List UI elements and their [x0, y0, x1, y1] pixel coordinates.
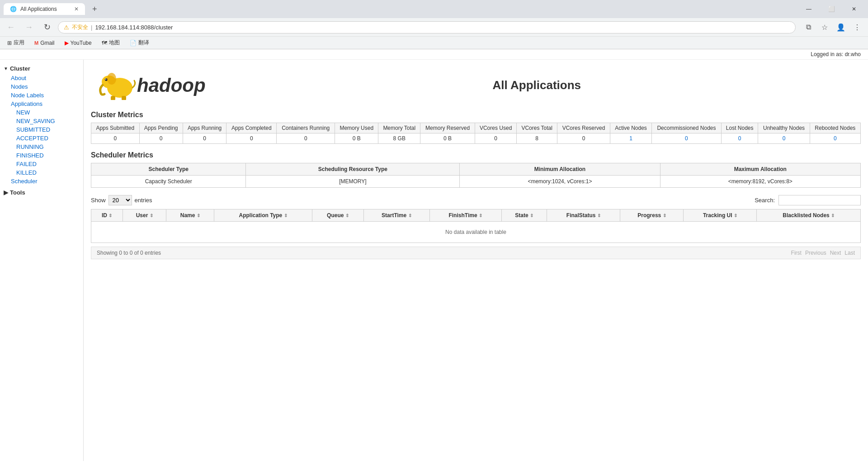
sidebar-item-about[interactable]: About	[0, 74, 83, 82]
cluster-metrics-title: Cluster Metrics	[91, 111, 861, 119]
sidebar-item-running[interactable]: RUNNING	[0, 143, 83, 151]
col-queue[interactable]: Queue ⇕	[312, 209, 363, 222]
tools-arrow-icon: ▶	[4, 189, 8, 196]
sidebar-item-finished[interactable]: FINISHED	[0, 151, 83, 160]
final-status-sort-icon: ⇕	[597, 213, 601, 218]
finish-time-sort-icon: ⇕	[479, 213, 482, 218]
close-button[interactable]: ✕	[844, 3, 864, 15]
val-minimum-allocation: <memory:1024, vCores:1>	[460, 176, 660, 188]
security-label: 不安全	[72, 24, 88, 31]
address-text: 192.168.184.114:8088/cluster	[95, 24, 173, 31]
tracking-ui-sort-icon: ⇕	[734, 213, 737, 218]
col-progress[interactable]: Progress ⇕	[620, 209, 684, 222]
user-sort-icon: ⇕	[150, 213, 153, 218]
sidebar-item-new[interactable]: NEW	[0, 108, 83, 117]
applications-table: ID ⇕ User ⇕ Name ⇕ Application Type	[91, 209, 861, 243]
sidebar-item-submitted[interactable]: SUBMITTED	[0, 125, 83, 134]
translate-icon: 📄	[130, 40, 137, 46]
col-tracking-ui[interactable]: Tracking UI ⇕	[684, 209, 757, 222]
val-maximum-allocation: <memory:8192, vCores:8>	[660, 176, 860, 188]
col-apps-pending: Apps Pending	[139, 123, 183, 133]
bookmark-gmail[interactable]: M Gmail	[31, 38, 58, 48]
translate-button[interactable]: ⧉	[801, 20, 816, 34]
profile-button[interactable]: 👤	[834, 20, 848, 34]
back-button[interactable]: ←	[4, 20, 18, 34]
bookmark-button[interactable]: ☆	[817, 20, 832, 34]
val-vcores-total: 8	[517, 133, 557, 144]
col-memory-reserved: Memory Reserved	[420, 123, 475, 133]
entries-select[interactable]: 20 50 100	[108, 195, 132, 205]
svg-point-3	[105, 79, 106, 80]
sidebar-item-nodes[interactable]: Nodes	[0, 82, 83, 91]
col-name[interactable]: Name ⇕	[166, 209, 214, 222]
val-scheduler-type: Capacity Scheduler	[91, 176, 246, 188]
sidebar-item-failed[interactable]: FAILED	[0, 160, 83, 168]
sidebar-cluster-toggle[interactable]: ▼ Cluster	[0, 63, 83, 74]
tab-favicon: 🌐	[10, 6, 17, 12]
col-unhealthy-nodes: Unhealthy Nodes	[758, 123, 810, 133]
minimize-button[interactable]: —	[798, 3, 819, 15]
scheduler-row: Capacity Scheduler [MEMORY] <memory:1024…	[91, 176, 861, 188]
rebooted-nodes-link[interactable]: 0	[834, 135, 837, 142]
sidebar-item-killed[interactable]: KILLED	[0, 168, 83, 177]
table-controls: Show 20 50 100 entries Search:	[91, 195, 861, 205]
browser-tab[interactable]: 🌐 All Applications ✕	[4, 3, 85, 15]
val-containers-running: 0	[277, 133, 335, 144]
col-user[interactable]: User ⇕	[123, 209, 166, 222]
cluster-metrics-table: Apps Submitted Apps Pending Apps Running…	[91, 123, 861, 144]
search-input[interactable]	[778, 195, 861, 205]
col-start-time[interactable]: StartTime ⇕	[364, 209, 429, 222]
reload-button[interactable]: ↻	[40, 20, 54, 34]
val-scheduling-resource-type: [MEMORY]	[246, 176, 460, 188]
page-title: All Applications	[213, 78, 861, 92]
next-page-button[interactable]: Next	[830, 250, 841, 256]
col-blacklisted-nodes[interactable]: Blacklisted Nodes ⇕	[757, 209, 861, 222]
pagination-links: First Previous Next Last	[791, 250, 855, 256]
pagination-row: Showing 0 to 0 of 0 entries First Previo…	[91, 247, 861, 259]
maps-icon: 🗺	[102, 40, 107, 46]
menu-button[interactable]: ⋮	[850, 20, 864, 34]
col-vcores-total: VCores Total	[517, 123, 557, 133]
lost-nodes-link[interactable]: 0	[738, 135, 741, 142]
address-bar[interactable]: ⚠ 不安全 | 192.168.184.114:8088/cluster	[58, 21, 796, 33]
new-tab-button[interactable]: +	[89, 4, 101, 15]
bookmark-apps[interactable]: ⊞ 应用	[4, 38, 28, 48]
sidebar-item-applications[interactable]: Applications	[0, 100, 83, 108]
svg-rect-5	[111, 96, 115, 100]
val-rebooted-nodes[interactable]: 0	[810, 133, 860, 144]
sidebar-item-accepted[interactable]: ACCEPTED	[0, 134, 83, 143]
maximize-button[interactable]: ⬜	[821, 3, 842, 15]
name-sort-icon: ⇕	[197, 213, 200, 218]
progress-sort-icon: ⇕	[663, 213, 666, 218]
bookmark-maps[interactable]: 🗺 地图	[98, 38, 123, 48]
val-unhealthy-nodes[interactable]: 0	[758, 133, 810, 144]
unhealthy-nodes-link[interactable]: 0	[783, 135, 786, 142]
previous-page-button[interactable]: Previous	[805, 250, 826, 256]
sidebar-item-node-labels[interactable]: Node Labels	[0, 91, 83, 100]
bookmark-translate[interactable]: 📄 翻译	[126, 38, 153, 48]
col-finish-time[interactable]: FinishTime ⇕	[429, 209, 501, 222]
val-decommissioned-nodes[interactable]: 0	[651, 133, 721, 144]
last-page-button[interactable]: Last	[844, 250, 855, 256]
sidebar-item-scheduler[interactable]: Scheduler	[0, 177, 83, 185]
security-icon: ⚠	[64, 24, 69, 31]
tab-title: All Applications	[20, 6, 57, 12]
col-decommissioned-nodes: Decommissioned Nodes	[651, 123, 721, 133]
sidebar-tools-toggle[interactable]: ▶ Tools	[0, 187, 83, 198]
col-rebooted-nodes: Rebooted Nodes	[810, 123, 860, 133]
val-active-nodes[interactable]: 1	[610, 133, 652, 144]
first-page-button[interactable]: First	[791, 250, 802, 256]
sidebar-item-new-saving[interactable]: NEW_SAVING	[0, 117, 83, 125]
active-nodes-link[interactable]: 1	[629, 135, 632, 142]
app-type-sort-icon: ⇕	[284, 213, 288, 218]
tab-close-button[interactable]: ✕	[74, 6, 79, 12]
col-final-status[interactable]: FinalStatus ⇕	[547, 209, 620, 222]
decommissioned-nodes-link[interactable]: 0	[685, 135, 688, 142]
forward-button[interactable]: →	[22, 20, 36, 34]
col-application-type[interactable]: Application Type ⇕	[214, 209, 312, 222]
bookmark-youtube[interactable]: ▶ YouTube	[61, 38, 95, 48]
logged-in-text: Logged in as: dr.who	[811, 51, 861, 57]
val-lost-nodes[interactable]: 0	[722, 133, 758, 144]
col-state[interactable]: State ⇕	[501, 209, 547, 222]
col-id[interactable]: ID ⇕	[91, 209, 123, 222]
